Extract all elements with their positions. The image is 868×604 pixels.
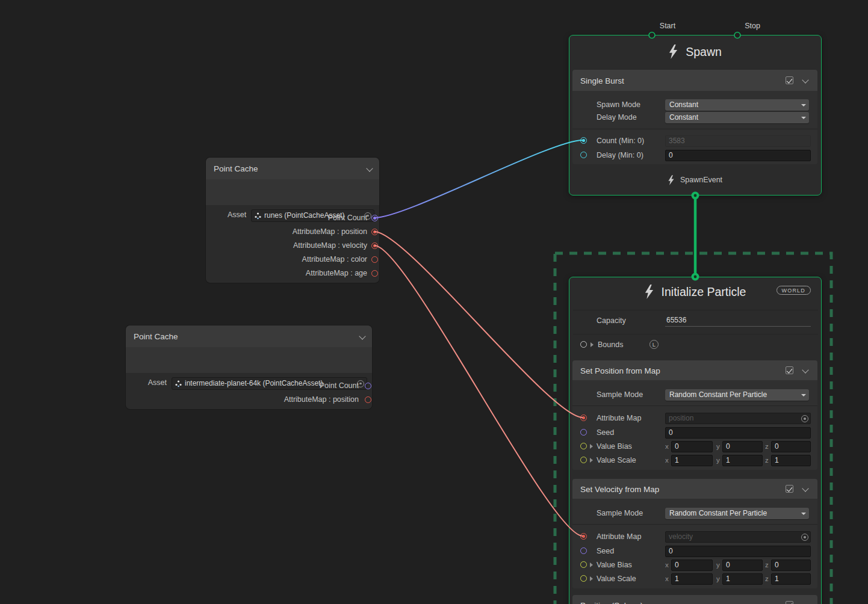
seed-label: Seed [597,427,614,439]
value-scale-x-input[interactable]: 1 [671,573,713,585]
value-bias-input-port[interactable] [580,443,587,449]
value-scale-input-port[interactable] [580,457,587,463]
point-cache-node-1[interactable]: Point Cache Asset runes (PointCacheAsset… [206,158,379,283]
space-world-badge[interactable]: WORLD [777,286,811,295]
seed-value: 0 [669,547,673,555]
bounds-input-port[interactable] [580,341,587,348]
axis-y-label: y [716,573,720,585]
value: 0 [726,561,730,569]
separator [573,334,818,334]
value-scale-x-input[interactable]: 1 [671,455,713,466]
value-bias-input-port[interactable] [580,561,587,568]
value-scale-y-input[interactable]: 1 [722,573,763,585]
axis-y-label: y [716,455,720,466]
bounds-space-toggle[interactable]: L [649,340,659,349]
foldout-triangle-icon[interactable] [590,458,593,463]
attribute-map-value: velocity [669,532,693,541]
attribute-map-input-port[interactable] [580,533,587,540]
value: 1 [726,456,730,464]
point-cache-node-2[interactable]: Point Cache Asset intermediate-planet-64… [126,325,372,409]
collapse-chevron-icon[interactable] [366,165,373,173]
attributemap-age-output-port[interactable] [371,270,378,277]
value-bias-y-input[interactable]: 0 [722,559,763,571]
delay-input-port[interactable] [580,152,587,158]
position-sphere-block-header[interactable]: Position (Sphere) [572,595,817,604]
delay-input[interactable]: 0 [665,150,811,161]
collapse-chevron-icon[interactable] [359,333,366,341]
block-enabled-checkbox[interactable] [786,76,793,84]
block-title: Position (Sphere) [580,600,643,604]
foldout-triangle-icon[interactable] [591,342,594,347]
value-scale-label: Value Scale [597,455,636,466]
seed-value: 0 [669,428,673,437]
seed-input-port[interactable] [580,547,587,554]
point-cache-asset-icon [254,212,262,220]
output-label: AttributeMap : position [293,226,367,238]
spawn-node[interactable]: Spawn Single Burst Spawn Mode Constant D… [569,35,822,196]
sample-mode-dropdown[interactable]: Random Constant Per Particle [665,389,809,401]
object-picker-icon[interactable] [801,534,808,541]
value-bias-x-input[interactable]: 0 [671,441,713,452]
collapse-chevron-icon[interactable] [802,485,809,493]
collapse-chevron-icon[interactable] [802,602,809,604]
sample-mode-value: Random Constant Per Particle [669,509,767,517]
seed-input-port[interactable] [580,429,587,436]
value-scale-z-input[interactable]: 1 [771,573,811,585]
value-scale-input-port[interactable] [580,575,587,582]
block-enabled-checkbox[interactable] [786,366,793,374]
point-cache-asset-icon [175,380,182,387]
attributemap-velocity-output-port[interactable] [371,242,378,249]
delay-mode-dropdown[interactable]: Constant [665,112,809,123]
value-scale-z-input[interactable]: 1 [771,455,811,466]
axis-y-label: y [716,441,720,452]
spawn-mode-dropdown[interactable]: Constant [665,99,809,111]
collapse-chevron-icon[interactable] [802,367,809,374]
attribute-map-field[interactable]: position [665,413,811,424]
value-bias-z-input[interactable]: 0 [771,559,811,571]
block-enabled-checkbox[interactable] [786,601,793,604]
value-bias-z-input[interactable]: 0 [771,441,811,452]
point-cache-1-header[interactable]: Point Cache [206,158,379,179]
lightning-icon [669,45,678,59]
delay-mode-label: Delay Mode [597,112,637,123]
output-label: Point Count [320,380,359,392]
initialize-particle-node[interactable]: Initialize Particle WORLD Capacity 65536… [569,277,822,604]
foldout-triangle-icon[interactable] [590,562,593,567]
axis-z-label: z [765,441,769,452]
block-enabled-checkbox[interactable] [786,485,793,493]
seed-input[interactable]: 0 [665,546,811,557]
point-count-output-port[interactable] [371,215,378,221]
set-velocity-block-header[interactable]: Set Velocity from Map [572,479,817,499]
count-input[interactable]: 3583 [665,135,811,147]
node-title: Spawn [686,45,722,59]
count-input-port[interactable] [580,137,587,144]
attributemap-color-output-port[interactable] [371,256,378,263]
attribute-map-field[interactable]: velocity [665,531,811,543]
point-cache-2-header[interactable]: Point Cache [126,325,372,347]
single-burst-block-header[interactable]: Single Burst [572,70,817,91]
attributemap-position-output-port[interactable] [371,229,378,235]
foldout-triangle-icon[interactable] [590,576,593,581]
attributemap-position-output-port[interactable] [365,396,371,403]
sample-mode-dropdown[interactable]: Random Constant Per Particle [665,508,809,519]
object-picker-icon[interactable] [801,415,808,422]
value-bias-x-input[interactable]: 0 [671,559,713,571]
attribute-map-input-port[interactable] [580,414,587,421]
edge-velocity-to-attribute-map[interactable] [374,245,583,536]
collapse-chevron-icon[interactable] [802,77,809,84]
lightning-icon [668,175,674,185]
value-bias-y-input[interactable]: 0 [722,441,763,452]
point-count-output-port[interactable] [365,383,371,389]
separator [572,129,817,129]
foldout-triangle-icon[interactable] [590,444,593,449]
edge-point-count-to-count[interactable] [374,140,583,218]
set-position-block-header[interactable]: Set Position from Map [572,360,817,380]
spawn-node-title-row: Spawn [569,42,821,62]
edge-position-to-attribute-map[interactable] [374,232,583,418]
capacity-value: 65536 [666,316,686,324]
capacity-input[interactable]: 65536 [665,315,811,327]
value: 0 [726,442,730,451]
seed-label: Seed [597,546,614,557]
value-scale-y-input[interactable]: 1 [722,455,763,466]
seed-input[interactable]: 0 [665,427,811,439]
